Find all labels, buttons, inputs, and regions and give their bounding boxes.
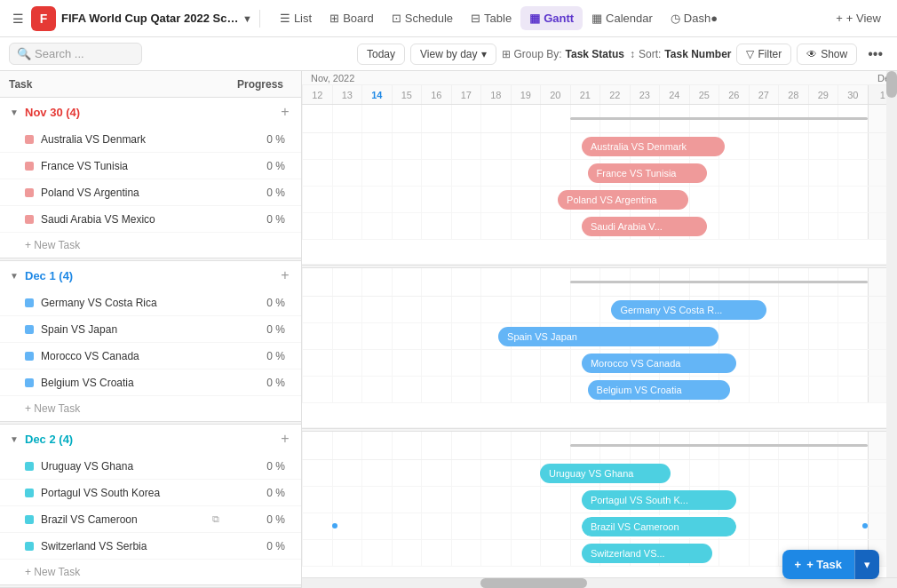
group-nov30-label: Nov 30 (4) xyxy=(25,106,276,119)
view-by-day-dropdown[interactable]: View by day ▾ xyxy=(410,44,496,65)
app-title: FIFA World Cup Qatar 2022 Sche... xyxy=(61,12,239,25)
task-progress: 0 % xyxy=(223,297,294,309)
add-view-button[interactable]: + + View xyxy=(827,6,890,30)
gantt-bar-australia-denmark[interactable]: Australia VS Denmark xyxy=(582,137,725,156)
task-progress: 0 % xyxy=(223,513,294,526)
more-options-button[interactable]: ••• xyxy=(862,44,888,65)
task-color-indicator xyxy=(25,188,34,197)
gantt-bar-belgium-croatia[interactable]: Belgium VS Croatia xyxy=(588,380,731,400)
tab-dash[interactable]: ◷ Dash● xyxy=(662,6,726,30)
new-task-dec2[interactable]: + New Task xyxy=(0,560,301,584)
tab-gantt-label: Gantt xyxy=(544,12,574,25)
gantt-day: 15 xyxy=(392,85,422,104)
new-task-dec1[interactable]: + New Task xyxy=(0,396,301,421)
task-progress: 0 % xyxy=(223,487,294,499)
group-dec2-toggle-icon[interactable]: ▼ xyxy=(7,432,21,446)
gantt-bar-switzerland-serbia[interactable]: Switzerland VS... xyxy=(582,544,712,563)
gantt-bar-spain-japan[interactable]: Spain VS Japan xyxy=(498,327,718,346)
list-item[interactable]: Morocco VS Canada 0 % xyxy=(0,343,301,369)
gantt-bar-uruguay-ghana[interactable]: Uruguay VS Ghana xyxy=(540,464,671,483)
tab-list[interactable]: ☰ List xyxy=(271,6,321,30)
vertical-scrollbar[interactable] xyxy=(886,71,897,577)
gantt-bar-poland-argentina[interactable]: Poland VS Argentina xyxy=(558,190,688,210)
task-progress: 0 % xyxy=(223,133,294,146)
gantt-row: Poland VS Argentina xyxy=(302,187,897,213)
main-content: Task Progress ▼ Nov 30 (4) + Australia V… xyxy=(0,71,897,588)
tab-gantt[interactable]: ▦ Gantt xyxy=(520,6,583,30)
gantt-bar-germany-costarica[interactable]: Germany VS Costa R... xyxy=(611,300,766,320)
bar-left-dot xyxy=(332,523,337,528)
group-dec1-add-icon[interactable]: + xyxy=(276,266,294,284)
list-item[interactable]: Spain VS Japan 0 % xyxy=(0,316,301,343)
show-button[interactable]: 👁 Show xyxy=(797,44,857,65)
task-progress: 0 % xyxy=(223,323,294,336)
gantt-day: 25 xyxy=(689,85,719,104)
group-by-icon: ⊞ xyxy=(502,48,511,60)
tab-schedule[interactable]: ⊡ Schedule xyxy=(383,6,462,30)
sort-by[interactable]: ↕ Sort: Task Number xyxy=(630,48,731,60)
filter-button[interactable]: ▽ Filter xyxy=(736,44,791,65)
board-icon: ⊞ xyxy=(329,12,339,25)
list-item[interactable]: France VS Tunisia 0 % xyxy=(0,153,301,179)
progress-column-header: Progress xyxy=(221,78,292,91)
gantt-body: Australia VS Denmark France VS Tunisia P… xyxy=(302,105,897,577)
group-nov30-header[interactable]: ▼ Nov 30 (4) + xyxy=(0,98,301,126)
gantt-row: Germany VS Costa R... xyxy=(302,297,897,323)
add-task-chevron-button[interactable]: ▾ xyxy=(854,550,879,579)
search-box[interactable]: 🔍 Search ... xyxy=(9,43,142,65)
group-nov30-toggle-icon[interactable]: ▼ xyxy=(7,105,21,119)
sort-label: Sort: xyxy=(639,48,661,60)
task-progress: 0 % xyxy=(223,160,294,172)
task-progress: 0 % xyxy=(223,540,294,552)
task-color-indicator xyxy=(25,325,34,334)
list-item[interactable]: Switzerland VS Serbia 0 % xyxy=(0,533,301,560)
group-dec1-toggle-icon[interactable]: ▼ xyxy=(7,268,21,282)
gantt-day: 18 xyxy=(480,85,511,104)
dash-icon: ◷ xyxy=(671,12,680,25)
gantt-bar-saudi-mexico[interactable]: Saudi Arabia V... xyxy=(582,217,707,236)
title-chevron-icon[interactable]: ▼ xyxy=(242,13,252,24)
task-progress: 0 % xyxy=(223,213,294,226)
group-by[interactable]: ⊞ Group By: Task Status xyxy=(502,48,625,60)
list-item[interactable]: Portagul VS South Korea 0 % xyxy=(0,480,301,506)
vertical-scrollbar-thumb[interactable] xyxy=(886,71,897,98)
gantt-days-header: 12 13 14 15 16 17 18 19 20 21 22 23 24 2… xyxy=(302,85,897,105)
tab-table[interactable]: ⊟ Table xyxy=(462,6,520,30)
group-nov30-add-icon[interactable]: + xyxy=(276,103,294,121)
task-color-indicator xyxy=(25,489,34,497)
list-icon: ☰ xyxy=(280,12,290,25)
horizontal-scrollbar-thumb[interactable] xyxy=(480,578,587,588)
list-item[interactable]: Germany VS Costa Rica 0 % xyxy=(0,290,301,316)
list-item[interactable]: Saudi Arabia VS Mexico 0 % xyxy=(0,206,301,233)
list-item[interactable]: Belgium VS Croatia 0 % xyxy=(0,369,301,396)
list-item[interactable]: Poland VS Argentina 0 % xyxy=(0,179,301,206)
tab-dash-label: Dash● xyxy=(684,12,718,25)
group-dec2-add-icon[interactable]: + xyxy=(276,430,294,448)
gantt-bar-portagul-southkorea[interactable]: Portagul VS South K... xyxy=(582,490,736,510)
filter-icon: ▽ xyxy=(746,48,754,60)
gantt-row: Brazil VS Cameroon xyxy=(302,513,897,540)
gantt-bar-france-tunisia[interactable]: France VS Tunisia xyxy=(588,163,707,183)
gantt-panel: Nov, 2022 De 12 13 14 15 16 17 18 19 20 … xyxy=(302,71,897,588)
today-button[interactable]: Today xyxy=(357,44,405,65)
tab-board-label: Board xyxy=(343,12,374,25)
gantt-day: 12 xyxy=(302,85,332,104)
list-header: Task Progress xyxy=(0,71,301,98)
gantt-bar-morocco-canada[interactable]: Morocco VS Canada xyxy=(582,354,736,373)
group-dec2-header[interactable]: ▼ Dec 2 (4) + xyxy=(0,425,301,453)
group-gantt-bar xyxy=(570,117,868,120)
list-item[interactable]: Uruguay VS Ghana 0 % xyxy=(0,453,301,480)
task-name: Uruguay VS Ghana xyxy=(41,460,223,473)
new-task-nov30[interactable]: + New Task xyxy=(0,233,301,258)
gantt-bar-brazil-cameroon[interactable]: Brazil VS Cameroon xyxy=(582,517,736,536)
tab-board[interactable]: ⊞ Board xyxy=(321,6,383,30)
tab-calendar[interactable]: ▦ Calendar xyxy=(583,6,662,30)
task-color-indicator xyxy=(25,515,34,524)
add-task-button[interactable]: + + Task xyxy=(782,550,854,579)
task-color-indicator xyxy=(25,378,34,387)
list-item[interactable]: Australia VS Denmark 0 % xyxy=(0,126,301,153)
plus-icon: + xyxy=(795,558,802,571)
list-item[interactable]: Brazil VS Cameroon ⧉ 0 % xyxy=(0,506,301,533)
group-dec1-header[interactable]: ▼ Dec 1 (4) + xyxy=(0,261,301,290)
hamburger-icon[interactable]: ☰ xyxy=(7,8,29,29)
